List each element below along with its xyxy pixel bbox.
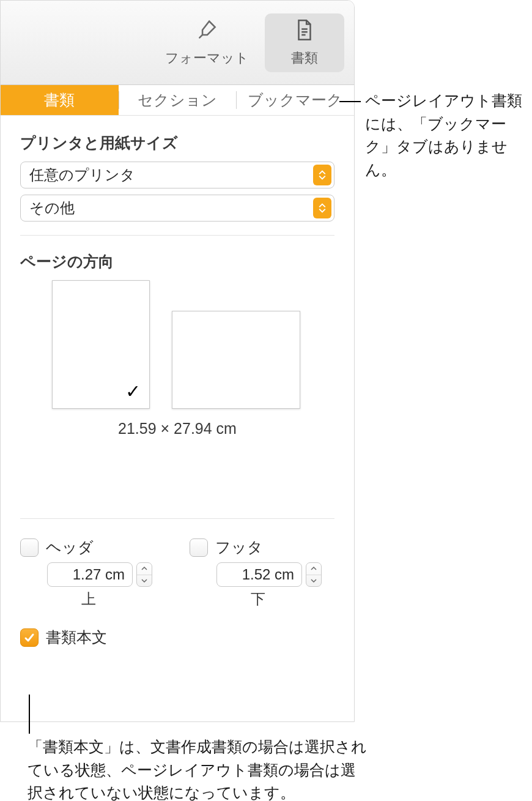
header-margin-input[interactable] bbox=[47, 562, 133, 587]
footer-checkbox[interactable] bbox=[190, 538, 208, 557]
footer-margin-input[interactable] bbox=[216, 562, 302, 587]
orientation-title: ページの方向 bbox=[20, 251, 334, 272]
paper-size-select-value: その他 bbox=[29, 198, 75, 218]
orientation-landscape-button[interactable] bbox=[172, 311, 300, 409]
document-icon bbox=[293, 18, 316, 45]
orientation-portrait-button[interactable]: ✓ bbox=[52, 280, 150, 409]
chevron-up-icon bbox=[137, 563, 152, 575]
bottom-label: 下 bbox=[190, 589, 334, 609]
document-body-label: 書類本文 bbox=[46, 627, 107, 647]
paper-size-select[interactable]: その他 bbox=[20, 195, 334, 222]
footer-margin-stepper[interactable] bbox=[306, 562, 322, 587]
inspector-content: プリンタと用紙サイズ 任意のプリンタ その他 ページの方向 bbox=[1, 116, 354, 647]
chevron-down-icon bbox=[306, 575, 321, 587]
header-checkbox[interactable] bbox=[20, 538, 39, 557]
page-size-text: 21.59 × 27.94 cm bbox=[20, 420, 334, 438]
body-callout-text: 「書類本文」は、文書作成書類の場合は選択されている状態、ページレイアウト書類の場… bbox=[28, 736, 370, 801]
chevron-up-icon bbox=[306, 563, 321, 575]
updown-arrows-icon bbox=[313, 198, 331, 218]
updown-arrows-icon bbox=[313, 165, 331, 185]
document-toolbar-button[interactable]: 書類 bbox=[265, 13, 344, 72]
divider bbox=[20, 235, 334, 236]
tab-section[interactable]: セクション bbox=[119, 85, 237, 115]
callout-leader-line bbox=[339, 101, 361, 102]
printer-select[interactable]: 任意のプリンタ bbox=[20, 162, 334, 188]
bookmark-callout-text: ページレイアウト書類には、「ブックマーク」タブはありません。 bbox=[365, 89, 524, 181]
paintbrush-icon bbox=[196, 18, 219, 45]
format-toolbar-button[interactable]: フォーマット bbox=[154, 13, 260, 72]
header-margin-stepper[interactable] bbox=[136, 562, 152, 587]
toolbar: フォーマット 書類 bbox=[1, 1, 354, 85]
top-label: 上 bbox=[20, 589, 165, 609]
tab-bookmark[interactable]: ブックマーク bbox=[236, 85, 354, 115]
format-toolbar-label: フォーマット bbox=[165, 49, 249, 67]
footer-label: フッタ bbox=[215, 537, 263, 557]
document-body-checkbox[interactable] bbox=[20, 628, 39, 647]
chevron-down-icon bbox=[137, 575, 152, 587]
checkmark-icon: ✓ bbox=[125, 381, 141, 402]
tab-document[interactable]: 書類 bbox=[1, 85, 119, 115]
callout-leader-line bbox=[29, 695, 30, 734]
header-label: ヘッダ bbox=[46, 537, 94, 557]
printer-paper-title: プリンタと用紙サイズ bbox=[20, 133, 334, 153]
printer-select-value: 任意のプリンタ bbox=[29, 165, 135, 185]
divider bbox=[20, 518, 334, 519]
document-inspector-panel: フォーマット 書類 書類 セクション ブックマーク プリンタと用紙サイズ 任意の bbox=[0, 0, 355, 722]
inspector-tabs: 書類 セクション ブックマーク bbox=[1, 85, 354, 116]
document-toolbar-label: 書類 bbox=[291, 49, 318, 67]
